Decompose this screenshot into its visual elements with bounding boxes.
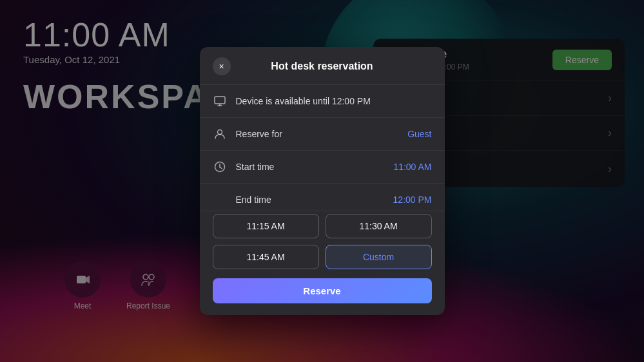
- modal-reserve-for-row: Reserve for Guest: [200, 118, 445, 151]
- modal-close-button[interactable]: ×: [213, 57, 231, 75]
- time-option-1115[interactable]: 11:15 AM: [213, 214, 319, 238]
- time-option-custom[interactable]: Custom: [326, 245, 432, 269]
- modal-reserve-for-value: Guest: [407, 129, 431, 139]
- time-option-1130[interactable]: 11:30 AM: [326, 214, 432, 238]
- monitor-icon: [213, 94, 227, 108]
- modal-reserve-button[interactable]: Reserve: [213, 278, 432, 303]
- modal-reserve-for-label: Reserve for: [236, 129, 399, 139]
- end-time-icon-spacer: [213, 193, 227, 207]
- svg-rect-5: [215, 97, 225, 104]
- time-options-grid: 11:15 AM 11:30 AM 11:45 AM Custom: [200, 211, 445, 278]
- svg-line-11: [220, 167, 222, 169]
- modal-end-time-value: 12:00 PM: [393, 195, 432, 205]
- modal-header: × Hot desk reservation: [200, 47, 445, 85]
- modal-device-label: Device is available until 12:00 PM: [236, 96, 432, 106]
- person-icon: [213, 127, 227, 141]
- modal-device-row: Device is available until 12:00 PM: [200, 85, 445, 118]
- hot-desk-modal: × Hot desk reservation Device is availab…: [200, 47, 445, 315]
- modal-title: Hot desk reservation: [271, 61, 373, 72]
- modal-end-time-label: End time: [236, 195, 384, 205]
- modal-end-time-row: End time 12:00 PM: [200, 184, 445, 211]
- modal-start-time-label: Start time: [236, 162, 385, 172]
- modal-start-time-row: Start time 11:00 AM: [200, 151, 445, 184]
- modal-body: Device is available until 12:00 PM Reser…: [200, 85, 445, 278]
- clock-icon: [213, 160, 227, 174]
- time-option-1145[interactable]: 11:45 AM: [213, 245, 319, 269]
- modal-start-time-value: 11:00 AM: [393, 162, 431, 172]
- svg-point-8: [217, 130, 222, 135]
- modal-footer: Reserve: [200, 278, 445, 315]
